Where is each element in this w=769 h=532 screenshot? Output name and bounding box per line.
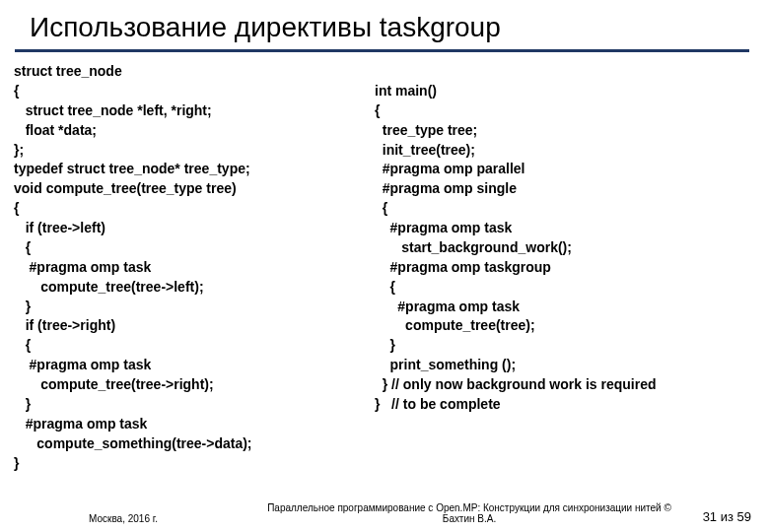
content-area: struct tree_node { struct tree_node *lef… xyxy=(0,52,769,473)
footer: Москва, 2016 г. Параллельное программиро… xyxy=(0,502,769,524)
code-left-column: struct tree_node { struct tree_node *lef… xyxy=(14,62,369,473)
footer-date: Москва, 2016 г. xyxy=(0,513,256,524)
title-area: Использование директивы taskgroup xyxy=(0,0,769,52)
footer-page-number: 31 из 59 xyxy=(682,509,769,524)
page-title: Использование директивы taskgroup xyxy=(30,12,769,43)
code-right-column: int main() { tree_type tree; init_tree(t… xyxy=(369,62,730,473)
slide: Использование директивы taskgroup struct… xyxy=(0,0,769,532)
footer-center: Параллельное программирование с Open.MP:… xyxy=(256,502,682,524)
